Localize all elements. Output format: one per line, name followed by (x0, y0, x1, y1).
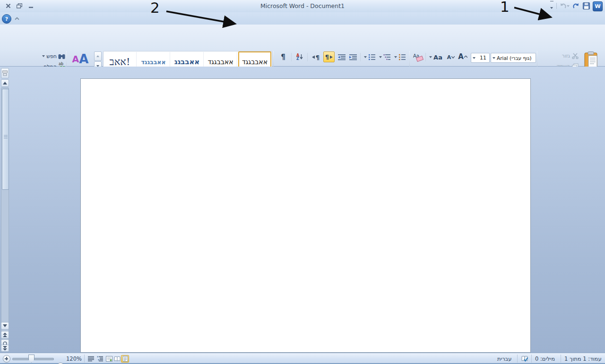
ribbon: חפש החלף ab ac בחר עריכה A A שנה סגנונות (0, 25, 605, 67)
annotation-step-2-label: 2 (150, 0, 160, 16)
numbering-icon (368, 54, 375, 60)
zoom-level-button[interactable]: 120% (66, 356, 82, 362)
change-case-button[interactable]: Aa (428, 52, 443, 62)
sort-button[interactable]: A Z (294, 52, 305, 62)
spellcheck-icon (521, 356, 528, 362)
chevron-up-icon (15, 17, 19, 20)
sort-arrow-icon (300, 54, 303, 60)
font-name-dropdown-icon[interactable] (491, 57, 497, 59)
spellcheck-status-button[interactable] (521, 355, 529, 363)
save-button[interactable] (581, 1, 591, 10)
word-count-button[interactable]: מילים: 0 (535, 356, 555, 362)
reading-view-icon (114, 356, 121, 362)
status-bar: 120% עברית מילים: 0 (0, 353, 605, 364)
scissors-icon (572, 53, 579, 59)
increase-indent-icon (349, 54, 357, 60)
zoom-in-button[interactable] (3, 355, 10, 363)
ribbon-tab-row: ? קובץ בית הוספה פריסת עמוד הפניות דברי … (0, 12, 605, 25)
shrink-font-button[interactable]: A (445, 52, 457, 62)
scroll-down-icon (3, 324, 7, 327)
save-icon (583, 2, 590, 9)
document-page[interactable] (80, 78, 531, 353)
shrink-caret-icon (451, 56, 455, 59)
help-button[interactable]: ? (2, 14, 11, 24)
redo-button[interactable] (571, 1, 580, 10)
decrease-indent-icon (338, 54, 346, 60)
fullscreen-reading-view-button[interactable] (113, 355, 121, 363)
change-styles-icon: A A (68, 51, 93, 67)
decrease-indent-button[interactable] (337, 52, 347, 62)
previous-page-button[interactable] (1, 331, 9, 339)
page-indicator-button[interactable]: עמוד: 1 מתוך 1 (564, 356, 602, 362)
clear-formatting-button[interactable]: Aa (412, 52, 424, 62)
font-size-combobox[interactable]: 11 (471, 53, 490, 63)
previous-page-icon (3, 332, 7, 337)
language-button[interactable]: עברית (497, 356, 511, 362)
qat-separator (556, 3, 557, 9)
ltr-arrow-icon (312, 55, 315, 59)
rtl-direction-button-active[interactable]: ¶ (323, 51, 335, 62)
grow-caret-icon (464, 56, 467, 58)
print-layout-icon (122, 356, 128, 362)
ltr-direction-button[interactable]: ¶ (310, 52, 321, 62)
bullets-button[interactable] (393, 52, 406, 62)
vertical-scrollbar-track[interactable] (1, 87, 9, 340)
numbering-button[interactable] (363, 52, 376, 62)
title-bar: Microsoft Word - Document1 W (0, 0, 605, 13)
gallery-scroll-up-button (94, 51, 102, 61)
draft-view-button[interactable] (87, 355, 95, 363)
find-button[interactable]: חפש (29, 52, 65, 60)
outline-view-button[interactable] (96, 355, 104, 363)
undo-button (559, 1, 570, 10)
draft-view-icon (88, 356, 94, 362)
customize-qat-button[interactable] (548, 1, 555, 10)
window-title: Microsoft Word - Document1 (0, 2, 605, 9)
redo-icon (572, 3, 579, 9)
zoom-slider-thumb[interactable] (28, 355, 35, 363)
web-layout-icon (106, 356, 112, 362)
clear-formatting-icon: Aa (413, 53, 423, 61)
increase-indent-button[interactable] (348, 52, 358, 62)
word-app-icon[interactable]: W (593, 1, 603, 11)
next-page-icon (3, 346, 7, 351)
vertical-scrollbar-thumb[interactable] (2, 89, 9, 190)
font-name-combobox[interactable]: Arial (גוף עברי) (491, 53, 536, 63)
minimize-ribbon-button[interactable] (15, 17, 19, 20)
scroll-up-icon (3, 82, 7, 85)
multilevel-list-icon (383, 54, 390, 60)
multilevel-list-button[interactable] (378, 52, 391, 62)
undo-icon (560, 3, 567, 9)
font-size-dropdown-icon[interactable] (471, 57, 477, 59)
document-area (0, 67, 605, 353)
rtl-arrow-icon (329, 55, 333, 59)
next-page-button[interactable] (1, 345, 9, 352)
scroll-up-button[interactable] (1, 79, 9, 87)
outline-view-icon (97, 356, 103, 362)
binoculars-icon (58, 53, 65, 59)
print-layout-view-button-active[interactable] (121, 355, 129, 363)
annotation-step-1-label: 1 (500, 0, 510, 15)
ruler-toggle-button[interactable] (1, 68, 9, 78)
ruler-icon (2, 70, 8, 76)
web-layout-view-button[interactable] (105, 355, 113, 363)
cut-button: גזור (549, 52, 579, 60)
scroll-down-button[interactable] (1, 322, 9, 330)
show-paragraph-marks-button[interactable]: ¶ (278, 52, 288, 62)
grow-font-button[interactable]: A (457, 51, 469, 62)
paste-clipboard-icon (584, 51, 598, 68)
bullets-icon (398, 54, 406, 60)
